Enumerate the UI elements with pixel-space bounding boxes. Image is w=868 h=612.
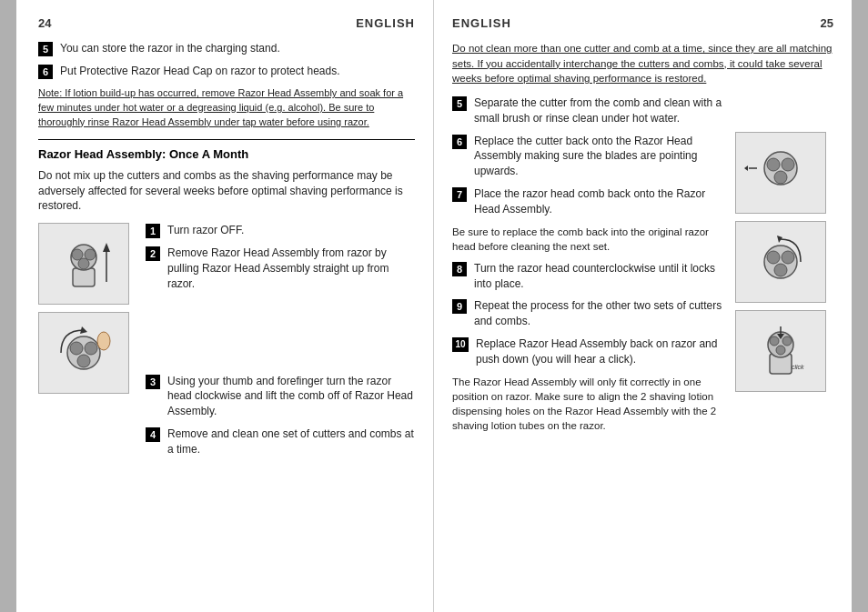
right-step-10-num: 10 [452, 337, 469, 352]
svg-point-8 [70, 342, 83, 355]
right-step-5-text: Separate the cutter from the comb and cl… [474, 95, 728, 126]
right-step-7-text: Place the razor head comb back onto the … [474, 186, 728, 217]
be-sure-text: Be sure to replace the comb back into th… [452, 225, 728, 254]
steps-with-images: 1 Turn razor OFF. 2 Remove Razor Head As… [38, 223, 415, 464]
right-step-6-num: 6 [452, 135, 467, 149]
step-6-text: Put Protective Razor Head Cap on razor t… [60, 64, 340, 79]
right-step-7-row: 7 Place the razor head comb back onto th… [452, 186, 728, 217]
image-step1-2 [38, 223, 129, 305]
left-page-number: 24 [38, 16, 51, 30]
svg-point-14 [767, 158, 780, 171]
right-step-5-row: 5 Separate the cutter from the comb and … [452, 95, 728, 126]
right-step-5-num: 5 [452, 96, 467, 111]
left-gray-bar [0, 0, 16, 612]
right-step-10-text: Replace Razor Head Assembly back on razo… [476, 336, 728, 367]
step-5-num: 5 [38, 42, 53, 56]
section-heading: Razor Head Assembly: Once A Month [38, 139, 415, 161]
right-step-9-text: Repeat the process for the other two set… [474, 298, 728, 329]
svg-point-16 [774, 171, 787, 184]
right-step-7-num: 7 [452, 187, 467, 202]
right-step-9-num: 9 [452, 299, 467, 314]
right-page-title: ENGLISH [452, 16, 511, 30]
bottom-note: The Razor Head Assembly will only fit co… [452, 375, 728, 433]
right-steps-col: 5 Separate the cutter from the comb and … [452, 95, 728, 433]
svg-point-10 [77, 355, 90, 367]
step-5-text: You can store the razor in the charging … [60, 41, 280, 56]
step-3-row: 3 Using your thumb and forefinger turn t… [146, 374, 415, 419]
svg-point-9 [85, 342, 97, 355]
left-images [38, 223, 136, 464]
image-step3 [38, 312, 129, 394]
right-gray-bar [852, 0, 868, 612]
svg-point-21 [782, 251, 794, 264]
step-5-row: 5 You can store the razor in the chargin… [38, 41, 415, 56]
right-image-1 [735, 132, 826, 214]
right-page: ENGLISH 25 Do not clean more than one cu… [434, 0, 868, 612]
svg-rect-0 [73, 268, 95, 286]
right-images-col: click [735, 132, 833, 433]
step-6-row: 6 Put Protective Razor Head Cap on razor… [38, 64, 415, 79]
right-step-8-text: Turn the razor head counterclockwise unt… [474, 261, 728, 292]
svg-marker-18 [744, 166, 748, 171]
warning-text: Do not clean more than one cutter and co… [452, 41, 833, 86]
svg-point-12 [97, 332, 110, 350]
right-step-8-num: 8 [452, 262, 467, 276]
left-page-title: ENGLISH [356, 16, 415, 30]
svg-point-4 [78, 258, 89, 269]
svg-point-26 [770, 336, 779, 346]
right-step-6-text: Replace the cutter back onto the Razor H… [474, 134, 728, 179]
page-container: 24 ENGLISH 5 You can store the razor in … [0, 0, 868, 612]
right-image-3: click [735, 310, 826, 392]
step-4-text: Remove and clean one set of cutters and … [167, 426, 415, 457]
svg-point-22 [774, 264, 787, 276]
right-page-number: 25 [821, 16, 833, 30]
step-4-num: 4 [146, 427, 160, 442]
step-1-num: 1 [146, 224, 160, 238]
step-2-text: Remove Razor Head Assembly from razor by… [167, 246, 415, 291]
right-header: ENGLISH 25 [452, 16, 833, 30]
svg-text:click: click [792, 364, 804, 370]
right-layout: 5 Separate the cutter from the comb and … [452, 95, 833, 433]
svg-marker-11 [80, 326, 87, 334]
step-1-text: Turn razor OFF. [167, 223, 244, 238]
intro-text: Do not mix up the cutters and combs as t… [38, 168, 415, 214]
note-text: Note: If lotion build-up has occurred, r… [38, 86, 415, 130]
step-6-num: 6 [38, 65, 53, 79]
svg-point-20 [767, 251, 780, 264]
right-step-9-row: 9 Repeat the process for the other two s… [452, 298, 728, 329]
right-step-6-row: 6 Replace the cutter back onto the Razor… [452, 134, 728, 179]
step-2-num: 2 [146, 246, 160, 261]
svg-point-27 [782, 336, 792, 346]
left-page: 24 ENGLISH 5 You can store the razor in … [0, 0, 434, 612]
svg-point-15 [782, 158, 794, 171]
step-3-num: 3 [146, 375, 160, 389]
step-4-row: 4 Remove and clean one set of cutters an… [146, 426, 415, 457]
step-3-text: Using your thumb and forefinger turn the… [167, 374, 415, 419]
right-step-10-row: 10 Replace Razor Head Assembly back on r… [452, 336, 728, 367]
step-1-row: 1 Turn razor OFF. [146, 223, 415, 238]
right-image-2 [735, 221, 826, 303]
svg-point-28 [776, 346, 785, 355]
svg-marker-6 [103, 243, 110, 252]
right-step-8-row: 8 Turn the razor head counterclockwise u… [452, 261, 728, 292]
left-header: 24 ENGLISH [38, 16, 415, 30]
steps-col-left: 1 Turn razor OFF. 2 Remove Razor Head As… [146, 223, 415, 464]
step-2-row: 2 Remove Razor Head Assembly from razor … [146, 246, 415, 291]
